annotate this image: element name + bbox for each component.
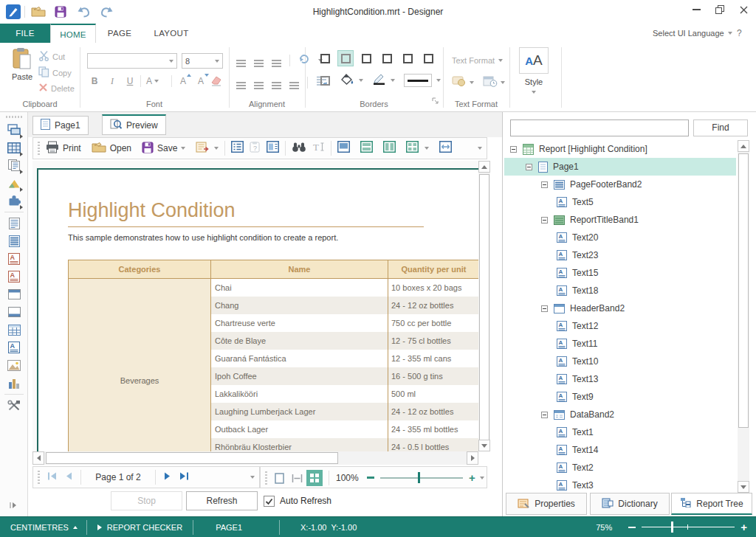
scroll-up-button[interactable] <box>478 161 490 173</box>
collapse-icon[interactable] <box>541 412 548 418</box>
borders-dialog-launcher-icon[interactable] <box>432 94 439 107</box>
tree-item-text10[interactable]: AText10 <box>504 353 736 370</box>
toolbar-grip[interactable] <box>38 142 40 155</box>
zoombar-overflow-icon[interactable] <box>480 477 484 479</box>
tree-scroll-down-button[interactable] <box>738 481 749 493</box>
tree-item-text20[interactable]: AText20 <box>504 229 736 246</box>
tree-scroll-thumb[interactable] <box>738 153 749 428</box>
status-zoom-out-button[interactable] <box>628 527 636 528</box>
rotate-text-icon[interactable] <box>298 53 310 67</box>
date-format-icon[interactable] <box>483 75 498 90</box>
tree-item-pagefooterband2[interactable]: PageFooterBand2 <box>504 176 736 193</box>
toolbox-infographics-icon[interactable] <box>0 174 28 192</box>
tree-item-text1[interactable]: AText1 <box>504 423 736 441</box>
align-bottom-icon[interactable] <box>272 60 281 61</box>
units-selector[interactable]: CENTIMETRES <box>10 523 78 532</box>
view-page-width-icon[interactable] <box>439 141 452 156</box>
toolbox-grip[interactable] <box>6 116 22 118</box>
save-quick-icon[interactable] <box>55 6 66 21</box>
next-page-button[interactable] <box>163 471 171 484</box>
grow-font-button[interactable]: A <box>176 74 190 89</box>
font-color-button[interactable]: A <box>146 74 168 89</box>
toolbox-chart-icon[interactable] <box>0 374 28 392</box>
tree-item-text13[interactable]: AText13 <box>504 370 736 388</box>
tab-dictionary[interactable]: Dictionary <box>590 493 670 515</box>
open-button[interactable]: Open <box>92 142 131 156</box>
redo-icon[interactable] <box>99 6 114 21</box>
tree-item-text18[interactable]: AText18 <box>504 282 736 299</box>
status-zoom-in-button[interactable]: + <box>740 521 747 533</box>
collapse-icon[interactable] <box>541 305 548 312</box>
border-weight-button[interactable] <box>404 74 432 87</box>
fit-multiple-icon[interactable] <box>306 470 323 486</box>
print-button[interactable]: Print <box>46 141 81 156</box>
hscroll-thumb[interactable] <box>46 452 338 464</box>
toolbox-collapse-icon[interactable] <box>9 499 18 512</box>
tree-item-text9[interactable]: AText9 <box>504 388 736 406</box>
align-left-icon[interactable] <box>236 82 246 83</box>
close-button[interactable] <box>732 0 755 19</box>
font-size-combo[interactable]: 8 <box>182 53 223 69</box>
toolbox-bands-icon[interactable] <box>0 121 28 139</box>
tree-item-text14[interactable]: AText14 <box>504 441 736 459</box>
fit-width-icon[interactable] <box>289 470 305 486</box>
toolbox-cross-bands-icon[interactable] <box>0 139 28 156</box>
vertical-align-buttons[interactable] <box>236 53 323 67</box>
zoom-slider-track[interactable] <box>380 477 463 479</box>
preview-vscrollbar[interactable] <box>478 161 490 451</box>
toolbox-panel-top-icon[interactable] <box>0 285 28 303</box>
toolbox-panel-bottom-icon[interactable] <box>0 303 28 321</box>
horizontal-align-buttons[interactable] <box>236 75 328 89</box>
status-zoom-thumb[interactable] <box>671 522 673 533</box>
fit-page-icon[interactable] <box>271 470 287 486</box>
border-preset-button-1[interactable] <box>317 50 333 66</box>
align-right-icon[interactable] <box>272 82 281 83</box>
align-middle-icon[interactable] <box>254 60 264 61</box>
collapse-icon[interactable] <box>510 146 517 153</box>
border-preset-button-5[interactable] <box>399 50 416 66</box>
delete-button[interactable]: Delete <box>38 83 75 94</box>
font-name-combo[interactable] <box>87 53 177 69</box>
scroll-left-button[interactable] <box>32 451 44 465</box>
save-report-button[interactable]: Save <box>142 142 185 156</box>
thumbnails-icon[interactable] <box>267 141 279 156</box>
tab-page1[interactable]: Page1 <box>32 116 89 135</box>
ui-language-selector[interactable]: Select UI Language <box>653 24 732 43</box>
tree-item-report-highlight-condition-[interactable]: Report [Highlight Condition] <box>504 140 736 158</box>
zoombar-grip[interactable] <box>265 471 267 485</box>
export-button[interactable] <box>196 141 219 156</box>
view-continuous-icon[interactable] <box>360 141 373 156</box>
tree-item-text5[interactable]: AText5 <box>504 193 736 211</box>
previous-page-button[interactable] <box>65 471 73 484</box>
stop-button[interactable]: Stop <box>111 491 182 510</box>
clear-format-icon[interactable] <box>210 74 223 90</box>
export-dropdown-icon[interactable] <box>214 147 219 150</box>
text-format-dropdown[interactable]: Text Format <box>452 56 503 65</box>
toolbox-text-icon[interactable] <box>0 215 28 232</box>
tab-preview[interactable]: Preview <box>102 114 166 135</box>
paste-button[interactable]: Paste <box>7 47 37 103</box>
vscroll-thumb[interactable] <box>479 174 489 446</box>
toolbox-html-text-icon[interactable]: A <box>0 268 28 285</box>
tab-report-tree[interactable]: Report Tree <box>671 493 752 515</box>
copy-button[interactable]: Copy <box>38 66 72 79</box>
toolbox-rich-text-icon[interactable]: A <box>0 250 28 268</box>
border-preset-button-3[interactable] <box>358 50 374 66</box>
bold-button[interactable]: B <box>87 74 102 89</box>
tab-layout[interactable]: LAYOUT <box>143 24 199 43</box>
border-color-icon[interactable] <box>372 73 386 88</box>
tree-search-input[interactable] <box>510 119 689 136</box>
tree-item-text3[interactable]: AText3 <box>504 477 736 493</box>
parameters-icon[interactable]: ? <box>250 141 261 156</box>
tree-item-text23[interactable]: AText23 <box>504 246 736 264</box>
toolbox-subreports-icon[interactable] <box>0 156 28 174</box>
collapse-icon[interactable] <box>541 217 548 224</box>
tree-item-text12[interactable]: AText12 <box>504 317 736 335</box>
tab-file[interactable]: FILE <box>0 24 50 43</box>
scroll-right-button[interactable] <box>467 451 478 465</box>
zoom-out-button[interactable] <box>367 477 374 479</box>
toolbar-overflow-icon[interactable] <box>478 147 482 150</box>
tree-scrollbar[interactable] <box>738 140 749 493</box>
border-single-button[interactable] <box>317 72 333 89</box>
last-page-button[interactable] <box>179 471 189 484</box>
